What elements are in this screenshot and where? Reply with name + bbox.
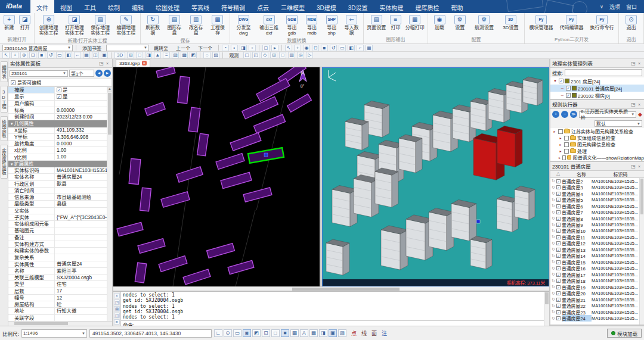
toolbar-icon[interactable]: ↺ xyxy=(47,52,54,58)
menu-item[interactable]: 3D建模 xyxy=(311,0,342,13)
search-input[interactable] xyxy=(565,69,642,76)
menu-item[interactable]: 帮助 xyxy=(445,0,469,13)
status-toggle-icon[interactable]: ▣ xyxy=(329,329,337,337)
ribbon-button[interactable]: GDB导出gdb xyxy=(282,14,301,36)
ribbon-button[interactable]: +新建 xyxy=(2,14,17,31)
toolbar-icon[interactable]: ◫ xyxy=(92,52,99,58)
edit-row-icon[interactable]: ↻ xyxy=(550,235,556,239)
edit-row-icon[interactable]: ↻ xyxy=(550,204,556,208)
edit-row-icon[interactable]: ↻ xyxy=(550,254,556,258)
ribbon-button[interactable]: Py代码编辑器 xyxy=(558,14,586,31)
active-layer-combo[interactable]: 230101AG 普通房屋▼ xyxy=(2,45,73,51)
viewport-3d-scene[interactable]: 相机高程: 373.11米 xyxy=(322,67,549,286)
run-rules-button[interactable]: ≫ xyxy=(570,111,577,118)
checkbox-checked-icon[interactable]: ✓ xyxy=(556,204,561,208)
dock-tab-left[interactable]: 绘图面板 xyxy=(1,116,8,141)
toolbar-icon[interactable]: ■ xyxy=(321,45,328,51)
property-value[interactable]: 住宅 xyxy=(55,281,107,287)
toolbar-icon[interactable]: ▥ xyxy=(288,52,295,58)
ribbon-button[interactable]: ⚙航测设置 xyxy=(473,14,496,31)
edit-row-icon[interactable]: ↻ xyxy=(550,272,556,277)
ribbon-button[interactable]: Py模块管理器 xyxy=(528,14,555,31)
console-tool-icon[interactable]: ▤ xyxy=(114,306,120,311)
checkbox-unchecked-icon[interactable] xyxy=(558,129,563,134)
ribbon-button[interactable]: ▦工程保存 xyxy=(207,14,228,36)
console-tool-icon[interactable]: ≡ xyxy=(114,319,120,325)
table-row[interactable]: ↻✓普通房屋2MA1001NE103H1535... xyxy=(550,178,639,184)
float-console-icon[interactable]: ◳ xyxy=(114,300,120,305)
editable-checkbox[interactable]: ✓ xyxy=(11,80,16,85)
property-value[interactable] xyxy=(55,221,107,227)
checkbox-checked-icon[interactable]: ✓ xyxy=(556,241,561,245)
scrollbar-thumb[interactable] xyxy=(108,93,112,135)
edit-row-icon[interactable]: ↻ xyxy=(550,247,556,252)
view-3d-chip[interactable]: 3D xyxy=(114,52,125,58)
console-vertical-scrollbar[interactable] xyxy=(544,292,549,326)
property-value[interactable]: 0.0000 xyxy=(55,141,107,146)
toolbar-icon[interactable]: ◔ xyxy=(222,45,229,51)
checkbox-checked-icon[interactable]: ✓ xyxy=(556,198,561,202)
close-panel-icon[interactable]: × xyxy=(636,102,642,107)
close-panel-icon[interactable]: × xyxy=(636,61,642,66)
menu-item[interactable]: 绘制 xyxy=(102,0,126,13)
menu-item[interactable]: 编辑 xyxy=(126,0,150,13)
table-row[interactable]: ↻✓普通房屋17MA1001NE103H1535... xyxy=(550,272,639,277)
entity-index-field[interactable]: 第1个 xyxy=(69,70,94,77)
property-value[interactable]: 2023/12/23 0:00 xyxy=(55,114,107,120)
tree-item[interactable]: ▼✓2301 房屋[24] xyxy=(550,77,644,85)
table-row[interactable]: ↻✓普通房屋11MA1001NE103H1535... xyxy=(550,234,639,240)
ribbon-button[interactable]: MDB导出mdb xyxy=(302,14,322,36)
toolbar-icon[interactable]: ◰ xyxy=(252,52,259,58)
status-toggle-icon[interactable]: ▩ xyxy=(309,329,318,337)
checkbox-checked-icon[interactable]: ✓ xyxy=(556,266,561,270)
toolbar-icon[interactable]: ▸ xyxy=(271,45,278,51)
toolbar-icon[interactable]: ⌐ xyxy=(357,45,364,51)
float-panel-icon[interactable]: ◳ xyxy=(630,164,636,169)
viewport-2d-map[interactable]: N8° xyxy=(113,67,320,286)
edit-row-icon[interactable]: ↻ xyxy=(550,198,556,202)
viewport-horizontal-scrollbar[interactable] xyxy=(113,286,549,291)
property-value[interactable]: 12 xyxy=(55,295,107,301)
property-value[interactable]: 普通房屋24 xyxy=(55,261,107,267)
ribbon-button[interactable]: SHP导出shp xyxy=(322,14,341,36)
table-row[interactable]: ↻✓普通房屋10MA1001NE103H1535... xyxy=(550,228,639,234)
toolbar-icon[interactable]: + xyxy=(294,45,301,51)
menu-item[interactable]: 点云 xyxy=(251,0,275,13)
observe-button[interactable]: 观测 xyxy=(226,52,242,58)
property-value[interactable]: 17 xyxy=(55,288,107,294)
toolbar-icon[interactable]: ◻ xyxy=(262,45,270,51)
snap-mode-2[interactable]: 线 xyxy=(359,329,369,337)
toolbar-icon[interactable]: ▦ xyxy=(83,52,90,58)
status-toggle-icon[interactable]: ▦ xyxy=(290,329,299,337)
checkbox-checked-icon[interactable]: ✓ xyxy=(566,93,571,98)
toolbar-icon[interactable]: ▪ xyxy=(231,45,238,51)
ribbon-button[interactable]: ▥改名存盘 xyxy=(185,14,207,36)
property-value[interactable]: 0.00000 xyxy=(55,107,107,113)
property-value[interactable]: 县级 xyxy=(55,201,107,207)
table-row[interactable]: ↻✓普通房屋3MA1001NE103H1535... xyxy=(550,184,639,190)
float-panel-icon[interactable]: ◳ xyxy=(98,61,104,66)
toolbar-icon[interactable]: ▨ xyxy=(212,52,219,58)
checkbox-checked-icon[interactable]: ✓ xyxy=(556,260,561,264)
toolbar-icon[interactable]: ▣ xyxy=(101,52,108,58)
menu-item[interactable]: 等高线 xyxy=(185,0,215,13)
previous-button[interactable]: 上一个 xyxy=(173,45,193,51)
property-value[interactable]: 普通房屋24 xyxy=(55,174,107,180)
float-panel-icon[interactable]: ◳ xyxy=(630,61,636,66)
menu-item[interactable]: 文件 xyxy=(30,0,54,13)
ribbon-button[interactable]: ▤页面设置 xyxy=(365,14,388,31)
status-toggle-icon[interactable]: ⊙ xyxy=(224,329,232,337)
checkbox-checked-icon[interactable]: ✓ xyxy=(556,210,561,214)
menu-item[interactable]: 符号精调 xyxy=(215,0,251,13)
expander-icon[interactable]: ▸ xyxy=(558,142,563,146)
checkbox-checked-icon[interactable]: ✓ xyxy=(556,185,561,189)
property-value[interactable] xyxy=(55,315,107,321)
rule-set-combo[interactable]: 6-江苏图元实体关系质检▼ xyxy=(579,111,636,118)
scale-combo[interactable]: 1:1496▼ xyxy=(21,329,87,338)
table-row[interactable]: ↻✓普通房屋4MA1001NE103H1535... xyxy=(550,191,639,196)
checkbox-checked-icon[interactable]: ✓ xyxy=(556,285,561,289)
checkbox-checked-icon[interactable]: ✓ xyxy=(556,254,561,258)
toolbar-icon[interactable]: ◨ xyxy=(145,52,152,58)
status-toggle-icon[interactable]: ◨ xyxy=(319,329,327,337)
ribbon-button[interactable]: ⊙退出 xyxy=(624,14,639,31)
